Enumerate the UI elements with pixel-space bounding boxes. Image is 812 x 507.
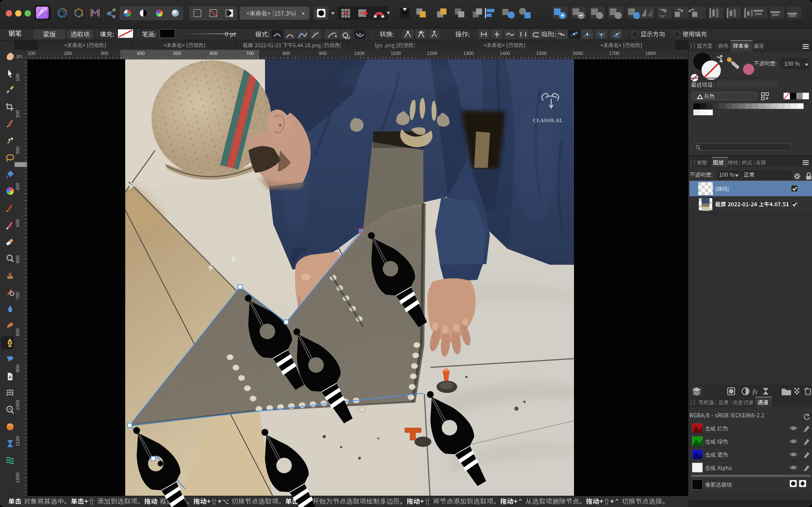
svg-text:fx: fx: [753, 388, 758, 395]
svg-text:A: A: [9, 375, 12, 380]
svg-text:CLASSILAL: CLASSILAL: [533, 118, 563, 123]
